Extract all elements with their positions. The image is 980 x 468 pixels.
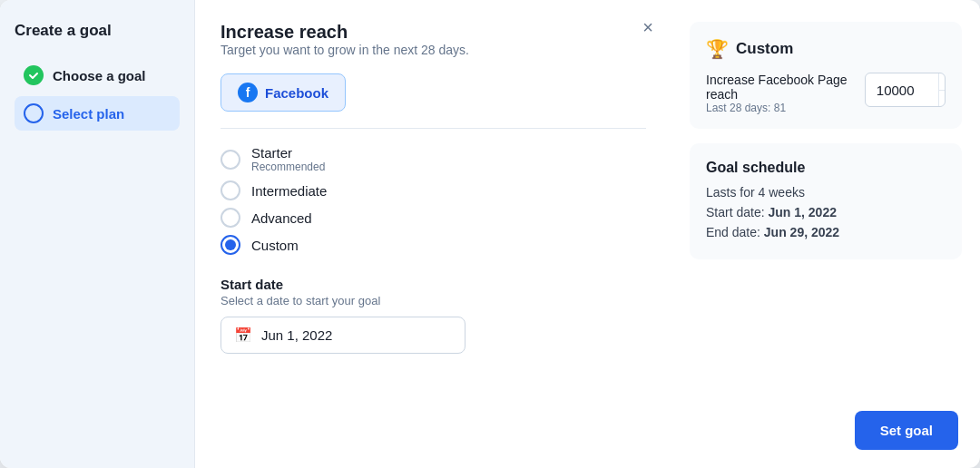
- footer: Set goal: [855, 411, 958, 450]
- sidebar: Create a goal Choose a goal Select plan: [0, 0, 195, 468]
- sidebar-item-choose-goal[interactable]: Choose a goal: [15, 58, 180, 93]
- reach-spinners: ▲ ▼: [938, 73, 946, 107]
- reach-row: Increase Facebook Page reach Last 28 day…: [706, 73, 946, 114]
- plan-starter-labels: Starter Recommended: [251, 145, 325, 173]
- custom-card-title: 🏆 Custom: [706, 38, 946, 60]
- main-header: Increase reach Target you want to grow i…: [220, 22, 646, 57]
- schedule-start-label: Start date:: [706, 205, 765, 219]
- date-input[interactable]: 📅 Jun 1, 2022: [220, 317, 466, 354]
- spin-up-button[interactable]: ▲: [939, 73, 946, 91]
- main-title: Increase reach: [220, 22, 646, 43]
- radio-custom-dot: [225, 239, 236, 250]
- start-date-label: Start date: [220, 277, 646, 292]
- radio-custom: [220, 235, 240, 255]
- reach-input[interactable]: ▲ ▼: [865, 73, 946, 107]
- modal: Create a goal Choose a goal Select plan …: [0, 0, 980, 468]
- plan-advanced-label: Advanced: [251, 210, 312, 226]
- main-content: × Increase reach Target you want to grow…: [195, 0, 671, 468]
- check-icon: [24, 65, 44, 85]
- sidebar-title: Create a goal: [15, 22, 180, 40]
- custom-card: 🏆 Custom Increase Facebook Page reach La…: [690, 22, 962, 129]
- plan-custom-label: Custom: [251, 238, 299, 253]
- schedule-start-value: Jun 1, 2022: [768, 205, 837, 219]
- date-value: Jun 1, 2022: [261, 327, 332, 343]
- schedule-title: Goal schedule: [706, 160, 946, 176]
- start-date-desc: Select a date to start your goal: [220, 294, 646, 307]
- reach-value-field[interactable]: [866, 83, 938, 98]
- circle-icon: [24, 103, 44, 123]
- sidebar-item-choose-goal-label: Choose a goal: [53, 68, 146, 83]
- reach-info: Increase Facebook Page reach Last 28 day…: [706, 73, 856, 114]
- plan-radio-group: Starter Recommended Intermediate Advance…: [220, 145, 646, 255]
- plan-starter-sublabel: Recommended: [251, 161, 325, 173]
- reach-sub: Last 28 days: 81: [706, 102, 856, 114]
- schedule-card: Goal schedule Lasts for 4 weeks Start da…: [690, 143, 962, 259]
- right-panel: 🏆 Custom Increase Facebook Page reach La…: [671, 0, 980, 468]
- facebook-logo: f: [238, 83, 258, 102]
- sidebar-item-select-plan-label: Select plan: [53, 106, 124, 122]
- schedule-end-label: End date:: [706, 225, 760, 239]
- set-goal-button[interactable]: Set goal: [855, 411, 958, 450]
- schedule-duration: Lasts for 4 weeks: [706, 185, 946, 200]
- plan-intermediate-label: Intermediate: [251, 183, 327, 199]
- radio-intermediate: [220, 180, 240, 200]
- plan-option-intermediate[interactable]: Intermediate: [220, 180, 646, 200]
- trophy-icon: 🏆: [706, 38, 729, 60]
- sidebar-item-select-plan[interactable]: Select plan: [15, 96, 180, 131]
- main-subtitle: Target you want to grow in the next 28 d…: [220, 43, 646, 57]
- schedule-end-value: Jun 29, 2022: [764, 225, 839, 239]
- plan-option-starter[interactable]: Starter Recommended: [220, 145, 646, 173]
- divider: [220, 128, 646, 129]
- spin-down-button[interactable]: ▼: [939, 91, 946, 108]
- schedule-end-date: End date: Jun 29, 2022: [706, 225, 946, 239]
- radio-advanced: [220, 208, 240, 228]
- plan-option-advanced[interactable]: Advanced: [220, 208, 646, 228]
- radio-starter: [220, 150, 240, 170]
- schedule-start-date: Start date: Jun 1, 2022: [706, 205, 946, 219]
- close-button[interactable]: ×: [642, 18, 653, 36]
- plan-option-custom[interactable]: Custom: [220, 235, 646, 255]
- facebook-button[interactable]: f Facebook: [220, 73, 346, 112]
- reach-label: Increase Facebook Page reach: [706, 73, 856, 102]
- facebook-button-label: Facebook: [265, 85, 328, 101]
- calendar-icon: 📅: [234, 327, 252, 344]
- plan-starter-label: Starter: [251, 145, 325, 161]
